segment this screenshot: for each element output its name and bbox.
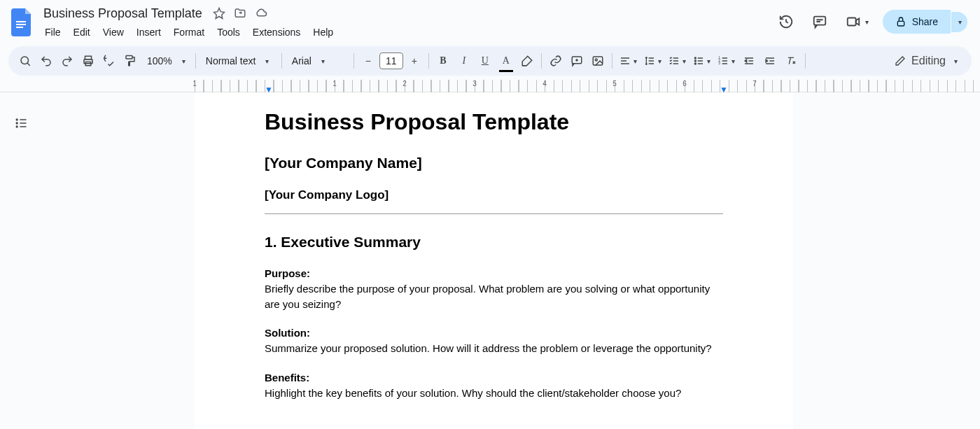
chevron-down-icon: ▾ xyxy=(707,57,710,65)
section-heading[interactable]: 1. Executive Summary xyxy=(265,234,723,251)
font-size-increase[interactable]: + xyxy=(405,51,424,71)
svg-point-6 xyxy=(21,57,29,64)
menu-insert[interactable]: Insert xyxy=(131,24,167,41)
right-indent-marker[interactable]: ▼ xyxy=(720,85,728,94)
spellcheck-button[interactable] xyxy=(99,51,119,71)
para-label: Benefits: xyxy=(265,372,309,384)
para-text: Briefly describe the purpose of your pro… xyxy=(265,283,710,310)
left-indent-marker[interactable]: ▼ xyxy=(265,85,273,94)
chevron-down-icon: ▾ xyxy=(265,57,269,65)
font-value: Arial xyxy=(292,55,312,66)
menu-edit[interactable]: Edit xyxy=(68,24,96,41)
ruler-tick: 6 xyxy=(682,80,687,87)
editing-mode-label: Editing xyxy=(911,55,946,67)
chevron-down-icon: ▾ xyxy=(954,57,958,65)
paragraph[interactable]: Solution: Summarize your proposed soluti… xyxy=(265,325,723,356)
italic-button[interactable]: I xyxy=(454,51,474,71)
font-select[interactable]: Arial▾ xyxy=(286,51,349,71)
left-gutter xyxy=(0,92,42,429)
svg-point-14 xyxy=(694,57,696,59)
menu-extensions[interactable]: Extensions xyxy=(247,24,306,41)
text-color-button[interactable]: A xyxy=(496,51,516,71)
svg-text:3: 3 xyxy=(718,62,720,65)
move-icon[interactable] xyxy=(233,6,247,20)
svg-rect-4 xyxy=(847,18,855,26)
document-title[interactable]: Business Proposal Template xyxy=(39,5,206,22)
share-dropdown[interactable]: ▾ xyxy=(951,12,967,32)
chevron-down-icon: ▾ xyxy=(321,57,325,65)
ruler-tick: 2 xyxy=(402,80,407,87)
document-canvas[interactable]: Business Proposal Template [Your Company… xyxy=(42,92,980,429)
menu-format[interactable]: Format xyxy=(168,24,210,41)
ruler-tick: 4 xyxy=(542,80,547,87)
ruler[interactable]: 1 1 2 3 4 5 6 7 ▼ ▼ xyxy=(0,80,980,92)
numbered-list-button[interactable]: 123▾ xyxy=(715,51,738,71)
svg-point-20 xyxy=(16,119,18,120)
clear-formatting-button[interactable] xyxy=(781,51,801,71)
cloud-status-icon[interactable] xyxy=(254,6,268,20)
decrease-indent-button[interactable] xyxy=(739,51,759,71)
menu-tools[interactable]: Tools xyxy=(211,24,246,41)
doc-title-heading[interactable]: Business Proposal Template xyxy=(265,109,723,135)
bold-button[interactable]: B xyxy=(433,51,453,71)
search-icon[interactable] xyxy=(15,51,35,71)
separator xyxy=(428,53,429,69)
chevron-down-icon: ▾ xyxy=(865,18,869,26)
outline-toggle-button[interactable] xyxy=(8,111,34,136)
star-icon[interactable] xyxy=(212,6,226,20)
para-label: Solution: xyxy=(265,327,310,339)
chevron-down-icon: ▾ xyxy=(182,57,186,65)
share-button[interactable]: Share xyxy=(883,10,951,34)
separator xyxy=(612,53,612,69)
svg-rect-1 xyxy=(16,24,26,25)
svg-point-21 xyxy=(16,122,18,124)
svg-point-16 xyxy=(694,63,696,64)
comments-icon[interactable] xyxy=(808,10,832,34)
history-icon[interactable] xyxy=(774,10,798,34)
page[interactable]: Business Proposal Template [Your Company… xyxy=(195,92,793,429)
ruler-tick: 5 xyxy=(612,80,617,87)
bulleted-list-button[interactable]: ▾ xyxy=(690,51,713,71)
title-area: Business Proposal Template File Edit Vie… xyxy=(36,4,774,41)
svg-point-15 xyxy=(694,60,696,62)
line-spacing-button[interactable]: ▾ xyxy=(641,51,664,71)
separator xyxy=(805,53,806,69)
zoom-select[interactable]: 100%▾ xyxy=(141,51,191,71)
print-button[interactable] xyxy=(78,51,98,71)
menu-file[interactable]: File xyxy=(39,24,66,41)
redo-button[interactable] xyxy=(57,51,77,71)
checklist-button[interactable]: ▾ xyxy=(666,51,689,71)
paragraph-style-select[interactable]: Normal text▾ xyxy=(200,51,277,71)
separator xyxy=(354,53,354,69)
chevron-down-icon: ▾ xyxy=(658,57,662,65)
toolbar: 100%▾ Normal text▾ Arial▾ − 11 + B I U A… xyxy=(8,46,972,76)
svg-rect-12 xyxy=(593,57,603,65)
highlight-button[interactable] xyxy=(517,51,537,71)
docs-logo[interactable] xyxy=(8,4,36,41)
share-label: Share xyxy=(912,16,938,27)
paragraph[interactable]: Benefits: Highlight the key benefits of … xyxy=(265,370,723,401)
ruler-tick: 3 xyxy=(472,80,477,87)
undo-button[interactable] xyxy=(36,51,56,71)
underline-button[interactable]: U xyxy=(475,51,495,71)
para-text: Summarize your proposed solution. How wi… xyxy=(265,342,712,354)
insert-comment-button[interactable] xyxy=(567,51,587,71)
menu-view[interactable]: View xyxy=(97,24,130,41)
menu-help[interactable]: Help xyxy=(307,24,339,41)
svg-rect-0 xyxy=(16,21,26,22)
content-area: Business Proposal Template [Your Company… xyxy=(0,92,980,429)
font-size-decrease[interactable]: − xyxy=(358,51,378,71)
horizontal-rule xyxy=(265,213,723,214)
font-size-input[interactable]: 11 xyxy=(379,52,403,69)
editing-mode-select[interactable]: Editing ▾ xyxy=(888,55,965,67)
company-name-placeholder[interactable]: [Your Company Name] xyxy=(265,155,723,171)
insert-link-button[interactable] xyxy=(546,51,566,71)
meet-button[interactable]: ▾ xyxy=(841,11,873,32)
align-button[interactable]: ▾ xyxy=(617,51,640,71)
company-logo-placeholder[interactable]: [Your Company Logo] xyxy=(265,188,723,202)
insert-image-button[interactable] xyxy=(588,51,608,71)
increase-indent-button[interactable] xyxy=(760,51,780,71)
paint-format-button[interactable] xyxy=(120,51,140,71)
paragraph[interactable]: Purpose: Briefly describe the purpose of… xyxy=(265,266,723,311)
para-text: Highlight the key benefits of your solut… xyxy=(265,387,681,399)
